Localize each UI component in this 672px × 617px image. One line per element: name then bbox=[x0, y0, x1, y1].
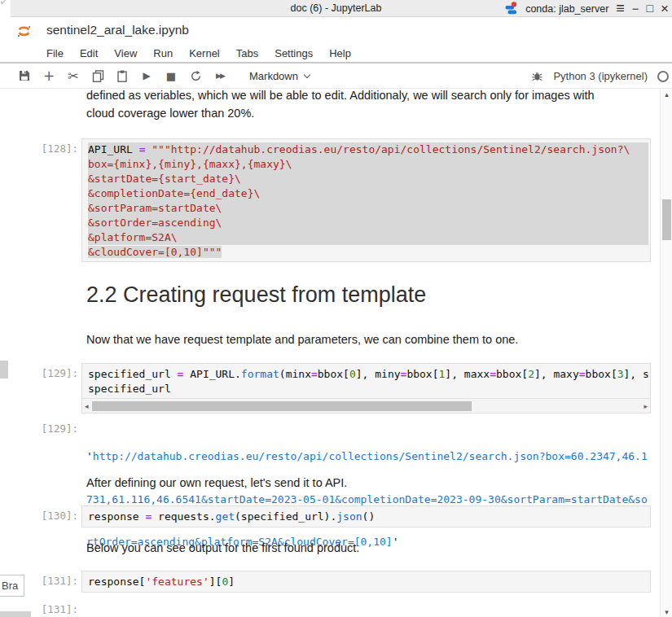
copy-icon[interactable] bbox=[91, 69, 104, 82]
code-line: specified_url bbox=[88, 382, 648, 396]
code-token: &startDate={start_date}\ bbox=[88, 173, 241, 185]
code-token: """http://datahub.creodias.eu/resto/api/… bbox=[152, 143, 630, 155]
code-token: = bbox=[579, 368, 586, 380]
code-line: specified_url = API_URL.format(minx=bbox… bbox=[88, 367, 648, 382]
menu-run[interactable]: Run bbox=[145, 46, 181, 62]
add-cell-icon[interactable]: + bbox=[42, 69, 55, 82]
code-token: json bbox=[336, 510, 362, 523]
scroll-left-icon[interactable]: ◂ bbox=[85, 399, 89, 414]
code-cell-129[interactable]: specified_url = API_URL.format(minx=bbox… bbox=[81, 363, 651, 414]
vertical-scrollbar[interactable]: ▴ ▾ bbox=[660, 90, 672, 617]
code-token: ' bbox=[86, 450, 93, 462]
markdown-paragraph: cloud coverage lower than 20%. bbox=[86, 104, 254, 122]
output-line[interactable]: 'http://datahub.creodias.eu/resto/api/co… bbox=[86, 449, 648, 464]
markdown-paragraph: After defining our own request, let's se… bbox=[86, 474, 347, 492]
menu-view[interactable]: View bbox=[106, 46, 145, 62]
code-line: &cloudCover=[0,10]""" bbox=[88, 245, 648, 260]
conda-env-label[interactable]: conda: jlab_server bbox=[525, 3, 608, 15]
stop-icon[interactable]: ■ bbox=[165, 69, 178, 82]
output-line[interactable]: 731,61.116,46.6541&startDate=2023-05-01&… bbox=[86, 492, 648, 507]
scroll-down-icon[interactable]: ▾ bbox=[661, 608, 672, 616]
code-token: bbox[ bbox=[586, 368, 617, 380]
left-panel-tab[interactable]: Bra bbox=[0, 575, 24, 597]
vertical-scrollbar-thumb[interactable] bbox=[662, 199, 671, 240]
jupyterlab-header: sentinel2_aral_lake.ipynb bbox=[0, 17, 672, 46]
notebook-title: sentinel2_aral_lake.ipynb bbox=[46, 23, 189, 37]
input-prompt-129: [129]: bbox=[16, 367, 78, 379]
kernel-status-icon[interactable] bbox=[657, 71, 669, 82]
menu-kernel[interactable]: Kernel bbox=[181, 46, 228, 62]
code-token: bbox[ bbox=[318, 368, 349, 380]
code-line: &startDate={start_date}\ bbox=[88, 172, 648, 186]
close-button[interactable]: × bbox=[661, 0, 669, 17]
code-line: &platform=S2A\ bbox=[88, 230, 648, 245]
code-token: requests. bbox=[152, 510, 215, 523]
code-token: = bbox=[311, 368, 318, 380]
horizontal-scrollbar-thumb[interactable] bbox=[92, 401, 472, 411]
menu-file[interactable]: File bbox=[38, 46, 72, 62]
code-token: &platform=S2A\ bbox=[88, 231, 178, 243]
code-token: &completionDate={end_date}\ bbox=[88, 187, 260, 199]
code-token: format bbox=[241, 368, 279, 380]
code-cell-128[interactable]: API_URL = """http://datahub.creodias.eu/… bbox=[81, 138, 651, 262]
code-line: response = requests.get(specified_url).j… bbox=[88, 510, 648, 524]
output-text: {'type': 'Feature', bbox=[86, 602, 208, 617]
code-editor[interactable]: response['features'][0] bbox=[82, 571, 650, 589]
markdown-paragraph: defined as veriables, which we will be a… bbox=[86, 86, 595, 104]
code-token: ' bbox=[393, 536, 399, 548]
code-token: ][ bbox=[209, 575, 222, 588]
menu-help[interactable]: Help bbox=[321, 46, 359, 62]
code-token: box={minx},{miny},{maxx},{maxy}\ bbox=[88, 158, 292, 170]
code-line: API_URL = """http://datahub.creodias.eu/… bbox=[88, 142, 648, 157]
menubar: File Edit View Run Kernel Tabs Settings … bbox=[38, 46, 359, 62]
code-editor[interactable]: API_URL = """http://datahub.creodias.eu/… bbox=[82, 139, 650, 260]
debugger-bug-icon[interactable] bbox=[530, 70, 543, 83]
scroll-right-icon[interactable]: ▸ bbox=[643, 399, 648, 414]
restart-run-all-icon[interactable]: ▶▶ bbox=[213, 69, 226, 82]
scroll-up-icon[interactable]: ▴ bbox=[661, 90, 672, 98]
code-cell-131[interactable]: response['features'][0] bbox=[81, 571, 651, 593]
code-token: () bbox=[362, 510, 376, 523]
markdown-paragraph: Below you can see output for the first f… bbox=[86, 539, 359, 557]
kernel-name-label[interactable]: Python 3 (ipykernel) bbox=[553, 70, 648, 82]
code-token: 'features' bbox=[145, 575, 209, 588]
code-token: &sortOrder=ascending\ bbox=[88, 217, 222, 229]
restart-kernel-icon[interactable] bbox=[189, 69, 202, 82]
code-token: = bbox=[490, 368, 496, 380]
maximize-button[interactable]: □ bbox=[647, 0, 653, 17]
menu-settings[interactable]: Settings bbox=[266, 46, 321, 62]
code-editor[interactable]: response = requests.get(specified_url).j… bbox=[82, 506, 650, 524]
code-token: (specified_url). bbox=[235, 510, 336, 523]
code-token: = bbox=[139, 143, 152, 155]
left-edge-marker bbox=[0, 361, 8, 379]
markdown-paragraph: Now that we have request template and pa… bbox=[86, 330, 518, 348]
horizontal-scrollbar[interactable]: ◂ ▸ bbox=[82, 398, 650, 413]
code-token: ], miny bbox=[356, 368, 401, 380]
code-token: ], maxy bbox=[534, 368, 579, 380]
code-cell-130[interactable]: response = requests.get(specified_url).j… bbox=[81, 505, 651, 527]
cut-icon[interactable]: ✂ bbox=[67, 69, 80, 82]
save-icon[interactable] bbox=[18, 69, 31, 82]
code-token: 731,61.116,46.6541&startDate=2023-05-01&… bbox=[86, 493, 648, 505]
input-prompt-130: [130]: bbox=[16, 510, 78, 522]
conda-env-icon bbox=[505, 2, 518, 15]
input-prompt-131: [131]: bbox=[16, 575, 78, 587]
menu-edit[interactable]: Edit bbox=[72, 46, 106, 62]
code-line: response['features'][0] bbox=[88, 575, 648, 589]
notebook-scroll-area[interactable]: defined as veriables, which we will be a… bbox=[0, 90, 672, 617]
cell-type-dropdown[interactable]: Markdown bbox=[249, 70, 310, 82]
os-titlebar[interactable]: ✓ doc (6) - JupyterLab conda: jlab_serve… bbox=[0, 0, 672, 17]
menu-tabs[interactable]: Tabs bbox=[228, 46, 266, 62]
code-token: http://datahub.creodias.eu/resto/api/col… bbox=[93, 450, 648, 462]
run-icon[interactable]: ▶ bbox=[140, 69, 153, 82]
code-token: response bbox=[88, 510, 145, 523]
code-editor[interactable]: specified_url = API_URL.format(minx=bbox… bbox=[82, 364, 650, 396]
paste-icon[interactable] bbox=[116, 69, 129, 82]
code-token: 2 bbox=[528, 368, 534, 380]
notebook-file-icon bbox=[17, 24, 31, 42]
code-token: get bbox=[216, 510, 235, 523]
minimize-button[interactable]: − bbox=[632, 0, 639, 17]
section-heading: 2.2 Creating request from template bbox=[86, 282, 426, 308]
hamburger-menu-icon[interactable]: ≡ bbox=[616, 0, 625, 17]
code-token: &cloudCover=[0,10]""" bbox=[88, 246, 222, 258]
